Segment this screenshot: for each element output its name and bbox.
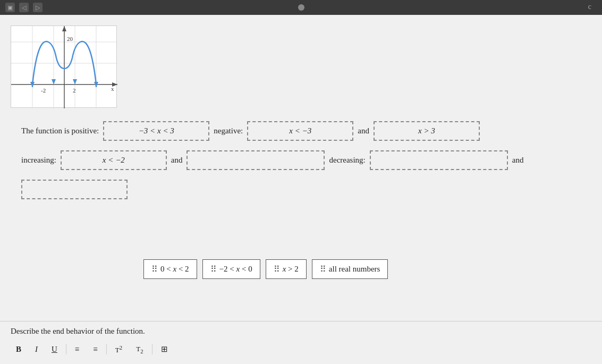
svg-text:-2: -2	[41, 87, 46, 94]
editor-toolbar: B I U ≡ ≡ T2 T2 ⊞	[11, 340, 591, 359]
decreasing-value	[438, 156, 440, 164]
chip-dots-icon: ⠿	[151, 264, 157, 274]
increasing-value: x < −2	[103, 156, 125, 164]
extra-box[interactable]	[21, 180, 128, 199]
negative-box[interactable]: x < −3	[247, 121, 353, 141]
chip-label: x > 2	[283, 265, 299, 274]
and1-label: and	[358, 126, 369, 136]
divider1	[66, 344, 66, 354]
main-content: 20 -2 2 x The function is positive: −3 <…	[0, 15, 602, 364]
chip-all-real[interactable]: ⠿ all real numbers	[312, 259, 388, 279]
positive-label: The function is positive:	[21, 126, 99, 136]
chips-area: ⠿ 0 < x < 2 ⠿ −2 < x < 0 ⠿ x > 2 ⠿ all r…	[143, 259, 388, 279]
superscript-button[interactable]: T2	[110, 342, 128, 357]
bold-button[interactable]: B	[11, 343, 27, 356]
divider3	[152, 344, 152, 354]
decreasing-label: decreasing:	[329, 156, 365, 165]
chip-dots-icon: ⠿	[320, 264, 326, 274]
negative-label: negative:	[214, 126, 243, 136]
svg-marker-17	[73, 79, 77, 84]
and2-label: and	[171, 156, 183, 165]
ordered-list-button[interactable]: ≡	[88, 343, 103, 356]
chip-dots-icon: ⠿	[274, 264, 279, 274]
back-button[interactable]: ◁	[19, 3, 29, 12]
refresh-button[interactable]: c	[588, 3, 591, 11]
svg-marker-16	[52, 79, 56, 84]
increasing-box[interactable]: x < −2	[61, 150, 167, 170]
increasing-value2	[255, 156, 257, 164]
url-circle	[298, 4, 304, 11]
italic-button[interactable]: I	[30, 343, 43, 356]
negative-box2[interactable]: x > 3	[374, 121, 480, 141]
chip-label: −2 < x < 0	[219, 265, 252, 274]
positive-value: −3 < x < 3	[139, 126, 174, 135]
svg-marker-14	[112, 82, 117, 87]
svg-text:2: 2	[73, 87, 76, 94]
chip-label: 0 < x < 2	[160, 265, 189, 274]
chip-label: all real numbers	[329, 265, 380, 274]
divider2	[106, 344, 107, 354]
unordered-list-button[interactable]: ≡	[70, 343, 84, 356]
extra-row	[21, 180, 591, 199]
svg-text:x: x	[111, 86, 114, 92]
underline-button[interactable]: U	[46, 343, 63, 356]
increasing-box2[interactable]	[186, 150, 325, 170]
function-section: The function is positive: −3 < x < 3 neg…	[21, 121, 591, 209]
chip-neg2-0[interactable]: ⠿ −2 < x < 0	[202, 259, 260, 279]
subscript-button[interactable]: T2	[131, 343, 148, 357]
chip-0-2[interactable]: ⠿ 0 < x < 2	[143, 259, 197, 279]
and3-label: and	[512, 156, 524, 165]
increasing-row: increasing: x < −2 and decreasing: and	[21, 150, 591, 170]
window-icon[interactable]: ▣	[5, 3, 15, 12]
bottom-section: Describe the end behavior of the functio…	[0, 321, 602, 364]
svg-text:20: 20	[67, 36, 73, 42]
negative-value2: x > 3	[418, 126, 435, 135]
increasing-label: increasing:	[21, 156, 56, 165]
chip-dots-icon: ⠿	[210, 264, 216, 274]
decreasing-box[interactable]	[370, 150, 508, 170]
function-graph: 20 -2 2 x	[11, 26, 117, 108]
positive-row: The function is positive: −3 < x < 3 neg…	[21, 121, 591, 141]
table-button[interactable]: ⊞	[156, 342, 173, 356]
negative-value: x < −3	[289, 126, 311, 135]
forward-button[interactable]: ▷	[33, 3, 43, 12]
top-bar: ▣ ◁ ▷ c	[0, 0, 602, 15]
describe-label: Describe the end behavior of the functio…	[11, 327, 591, 336]
extra-value	[73, 185, 75, 193]
chip-x-gt-2[interactable]: ⠿ x > 2	[266, 259, 307, 279]
positive-box[interactable]: −3 < x < 3	[103, 121, 209, 141]
graph-container: 20 -2 2 x	[11, 26, 117, 108]
svg-marker-13	[62, 26, 66, 31]
